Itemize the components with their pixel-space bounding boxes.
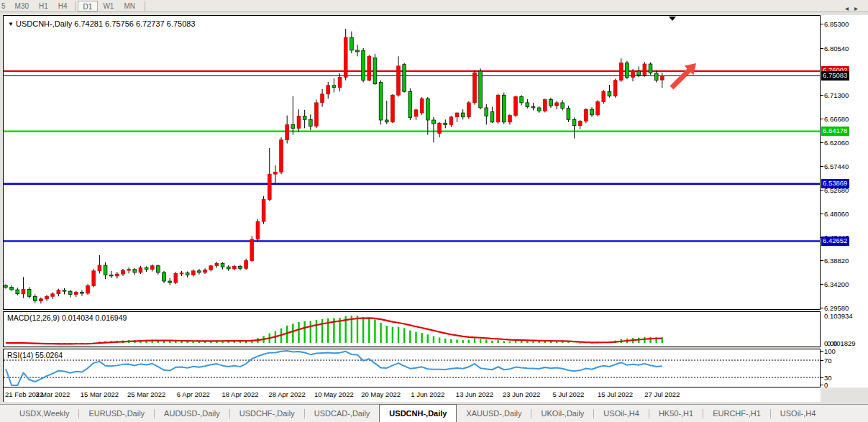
symbol-tab-ukoil[interactable]: UKOil-,Daily <box>531 405 593 422</box>
axis-tick <box>821 284 823 285</box>
price-axis-label: 6.66680 <box>824 115 849 123</box>
price-axis-label: 6.57440 <box>824 162 849 170</box>
rsi-scale-label: 100 <box>824 347 836 355</box>
symbol-tab-hk50[interactable]: HK50-,H1 <box>649 405 703 422</box>
axis-tick <box>821 190 823 191</box>
axis-tick <box>821 360 823 361</box>
price-axis-label: 6.85300 <box>824 20 849 28</box>
terminal-window: 5M30H1H4D1W1MN ▼ USDCNH-,Daily 6.74281 6… <box>0 0 868 422</box>
date-axis-label: 27 Jul 2022 <box>644 390 680 398</box>
date-axis-label: 5 Jul 2022 <box>552 390 584 398</box>
timeframe-button-h4[interactable]: H4 <box>53 1 73 12</box>
axis-tick <box>821 24 823 24</box>
timeframe-button-h1[interactable]: H1 <box>34 1 53 12</box>
macd-scale-max: 0.103934 <box>824 312 853 320</box>
symbol-tab-usdchf[interactable]: USDCHF-,Daily <box>230 405 304 422</box>
axis-tick <box>821 351 823 352</box>
axis-tick <box>821 95 823 96</box>
axis-tick <box>821 166 823 167</box>
price-axis-label: 6.71300 <box>824 91 849 99</box>
axis-tick <box>821 119 823 119</box>
price-axis-label: 6.48060 <box>824 210 849 218</box>
date-axis[interactable]: 21 Feb 20223 Mar 202215 Mar 202225 Mar 2… <box>3 387 821 402</box>
axis-tick <box>821 308 823 308</box>
date-axis-label: 23 Jun 2022 <box>503 390 540 398</box>
date-axis-label: 28 Apr 2022 <box>269 390 306 398</box>
timeframe-button-5[interactable]: 5 <box>0 1 10 12</box>
axis-tick <box>821 142 823 143</box>
trend-arrow-annotation[interactable] <box>670 63 697 90</box>
symbol-tab-audusd[interactable]: AUDUSD-,Daily <box>155 405 229 422</box>
symbol-tab-usoil[interactable]: USOil-,H4 <box>594 405 649 422</box>
date-axis-label: 15 Jul 2022 <box>598 390 633 398</box>
macd-label: MACD(12,26,9) 0.014034 0.016949 <box>7 313 127 322</box>
tab-scroll-left-icon[interactable]: ◂ <box>845 4 854 12</box>
symbol-tab-usdcad[interactable]: USDCAD-,Daily <box>305 405 380 422</box>
timeframe-button-m30[interactable]: M30 <box>10 1 34 12</box>
symbol-tab-bar: USDX,WeeklyEURUSD-,DailyAUDUSD-,DailyUSD… <box>0 404 868 422</box>
macd-pane[interactable]: MACD(12,26,9) 0.014034 0.016949 <box>3 311 821 347</box>
date-axis-label: 20 May 2022 <box>361 390 401 398</box>
chart-symbol-label: USDCNH-,Daily <box>16 19 72 28</box>
timeframe-button-d1[interactable]: D1 <box>78 1 99 12</box>
price-axis-label: 6.62060 <box>824 139 849 147</box>
symbol-tab-usoil[interactable]: USOil-,H4 <box>771 405 826 422</box>
symbol-tab-usdcnh[interactable]: USDCNH-,Daily <box>379 404 457 422</box>
tab-scroll-right-icon[interactable]: ▸ <box>854 4 864 12</box>
timeframe-button-mn[interactable]: MN <box>119 1 140 12</box>
date-axis-label: 3 Mar 2022 <box>35 390 70 398</box>
tab-scroll-arrows: ◂▸ <box>845 4 864 12</box>
date-axis-label: 25 Mar 2022 <box>127 390 165 398</box>
symbol-tab-eurusd[interactable]: EURUSD-,Daily <box>79 405 154 422</box>
date-axis-label: 15 Mar 2022 <box>81 390 119 398</box>
price-level-badge: 6.75083 <box>821 71 849 81</box>
price-level-badge: 6.53869 <box>821 179 849 188</box>
timeframe-toolbar: 5M30H1H4D1W1MN <box>0 0 868 12</box>
toolbar-separator <box>145 1 145 11</box>
macd-scale-min: 0.001829 <box>827 339 856 347</box>
price-level-badge: 6.42652 <box>821 237 849 246</box>
axis-tick <box>821 214 823 214</box>
price-chart-pane[interactable]: ▼ USDCNH-,Daily 6.74281 6.75756 6.72737 … <box>3 15 821 310</box>
rsi-scale-label: 0 <box>824 381 828 389</box>
rsi-plot <box>4 349 820 387</box>
symbol-tab-xauusd[interactable]: XAUUSD-,Daily <box>457 405 531 422</box>
date-axis-label: 13 Jun 2022 <box>456 390 493 398</box>
price-axis-label: 6.38820 <box>824 257 849 265</box>
price-axis-label: 6.29580 <box>824 304 849 312</box>
date-axis-label: 6 Apr 2022 <box>177 390 210 398</box>
ohlc-low: 6.72737 <box>136 19 165 28</box>
ohlc-high: 6.75756 <box>105 19 134 28</box>
axis-tick <box>821 377 823 378</box>
price-axis-label: 6.34200 <box>824 280 849 288</box>
date-axis-label: 18 Apr 2022 <box>221 390 258 398</box>
axis-tick <box>821 48 823 49</box>
price-level-badge: 6.64178 <box>821 127 849 136</box>
symbol-tab-usdx[interactable]: USDX,Weekly <box>10 405 78 422</box>
rsi-label: RSI(14) 55.0264 <box>7 351 63 359</box>
timeframe-button-w1[interactable]: W1 <box>98 1 119 12</box>
rsi-pane[interactable]: RSI(14) 55.0264 <box>3 349 821 387</box>
axis-tick <box>821 385 823 385</box>
chart-title: ▼ USDCNH-,Daily 6.74281 6.75756 6.72737 … <box>8 19 196 28</box>
date-axis-label: 10 May 2022 <box>314 390 354 398</box>
candlestick-plot <box>4 16 820 309</box>
chevron-down-icon: ▼ <box>8 21 14 27</box>
axis-tick <box>821 260 823 261</box>
price-scale[interactable]: 6.853006.805406.713006.666806.620606.574… <box>821 15 868 387</box>
rsi-scale-label: 70 <box>824 357 832 364</box>
price-axis-label: 6.80540 <box>824 45 849 52</box>
toolbar-separator <box>75 1 76 11</box>
date-axis-label: 1 Jun 2022 <box>411 390 444 398</box>
symbol-tab-eurchf[interactable]: EURCHF-,H1 <box>703 405 770 422</box>
ohlc-open: 6.74281 <box>74 19 103 28</box>
ohlc-close: 6.75083 <box>167 19 196 28</box>
